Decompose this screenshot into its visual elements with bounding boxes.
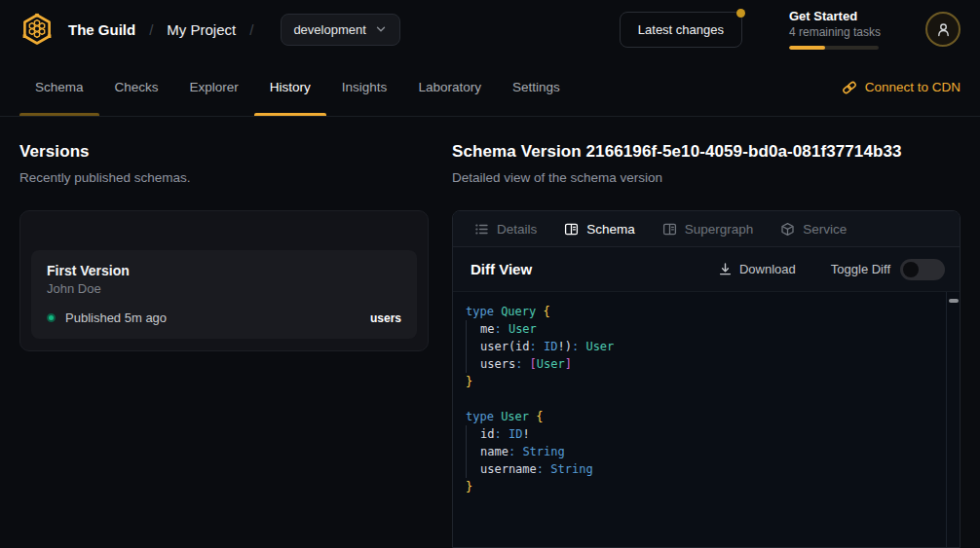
get-started-progress-bar	[789, 46, 879, 50]
tab-checks[interactable]: Checks	[99, 58, 174, 116]
connect-to-cdn-link[interactable]: Connect to CDN	[842, 58, 961, 116]
org-name[interactable]: The Guild	[68, 21, 135, 38]
code-line: type Query {	[466, 303, 936, 320]
link-chain-icon	[842, 80, 857, 95]
tab-settings[interactable]: Settings	[497, 58, 576, 116]
detail-tab-label: Service	[803, 222, 847, 237]
code-line: }	[466, 478, 936, 495]
toggle-diff-switch[interactable]	[900, 259, 945, 280]
tab-insights[interactable]: Insights	[326, 58, 403, 116]
schema-version-panel: Schema Version 2166196f-5e10-4059-bd0a-0…	[452, 142, 961, 548]
detail-tabs: DetailsSchemaSupergraphService	[453, 211, 960, 247]
diff-view-toolbar: Diff View Download Toggle Diff	[453, 247, 960, 292]
schema-code-area: type Query {me: Useruser(id: ID!): Useru…	[453, 292, 960, 547]
schema-version-subtitle: Detailed view of the schema version	[452, 170, 961, 185]
target-selector-value: development	[293, 22, 365, 37]
diff-view-title: Diff View	[471, 261, 532, 277]
get-started-title: Get Started	[789, 9, 879, 23]
download-button[interactable]: Download	[718, 262, 796, 276]
columns-icon	[564, 222, 579, 237]
version-author: John Doe	[47, 281, 401, 296]
tab-schema[interactable]: Schema	[19, 58, 99, 116]
main-content: Versions Recently published schemas. Fir…	[0, 117, 980, 548]
code-scrollbar-thumb[interactable]	[949, 299, 959, 303]
hive-logo-icon[interactable]	[19, 12, 55, 47]
target-selector[interactable]: development	[281, 14, 399, 46]
code-line: user(id: ID!): User	[466, 338, 936, 355]
code-line: id: ID!	[466, 425, 936, 443]
service-badge: users	[370, 311, 401, 325]
list-icon	[474, 222, 489, 237]
code-line: }	[466, 373, 936, 390]
user-avatar[interactable]	[925, 12, 961, 47]
toggle-knob	[903, 262, 919, 277]
version-list-item[interactable]: First Version John Doe Published 5m ago …	[31, 250, 417, 339]
version-status: Published 5m ago	[65, 311, 167, 325]
nav-tabs: SchemaChecksExplorerHistoryInsightsLabor…	[19, 58, 576, 116]
toggle-diff-label: Toggle Diff	[831, 262, 890, 276]
breadcrumb-separator: /	[149, 21, 153, 38]
main-nav: SchemaChecksExplorerHistoryInsightsLabor…	[0, 58, 980, 117]
latest-changes-button[interactable]: Latest changes	[620, 12, 742, 48]
box-icon	[780, 222, 795, 237]
detail-tab-details[interactable]: Details	[461, 211, 550, 246]
app-header: The Guild / My Project / development Lat…	[0, 0, 980, 58]
code-line: username: String	[466, 460, 936, 478]
code-line: me: User	[466, 320, 936, 338]
version-status-row: Published 5m ago users	[47, 311, 401, 325]
detail-tab-label: Schema	[586, 222, 635, 237]
tab-laboratory[interactable]: Laboratory	[402, 58, 497, 116]
code-line	[466, 390, 936, 408]
latest-changes-label: Latest changes	[638, 22, 724, 37]
header-right: Latest changes Get Started 4 remaining t…	[620, 9, 961, 50]
columns-icon	[662, 222, 677, 237]
detail-tab-label: Details	[497, 222, 537, 237]
code-block: type Query {me: Useruser(id: ID!): Useru…	[466, 303, 936, 495]
progress-fill	[789, 46, 825, 50]
connect-to-cdn-label: Connect to CDN	[865, 80, 961, 94]
detail-tab-supergraph[interactable]: Supergraph	[649, 211, 768, 246]
code-scrollbar	[946, 292, 960, 547]
code-line: type User {	[466, 408, 936, 425]
notification-dot	[736, 9, 745, 18]
get-started-subtitle: 4 remaining tasks	[789, 25, 879, 39]
published-status-dot	[47, 313, 56, 322]
code-line: name: String	[466, 443, 936, 460]
person-icon	[935, 21, 952, 38]
tab-explorer[interactable]: Explorer	[174, 58, 254, 116]
detail-tab-service[interactable]: Service	[767, 211, 860, 246]
code-line: users: [User]	[466, 355, 936, 373]
version-name: First Version	[47, 263, 401, 278]
diff-actions: Download Toggle Diff	[718, 259, 945, 280]
tab-history[interactable]: History	[254, 58, 326, 116]
project-name[interactable]: My Project	[167, 21, 236, 38]
chevron-down-icon	[374, 22, 388, 36]
detail-tab-schema[interactable]: Schema	[550, 211, 649, 246]
versions-panel: Versions Recently published schemas. Fir…	[19, 142, 429, 548]
detail-tab-label: Supergraph	[685, 222, 754, 237]
schema-version-card: DetailsSchemaSupergraphService Diff View…	[452, 210, 961, 548]
breadcrumb-separator: /	[249, 21, 253, 38]
schema-version-title: Schema Version 2166196f-5e10-4059-bd0a-0…	[452, 142, 961, 162]
download-label: Download	[739, 262, 796, 276]
versions-title: Versions	[19, 142, 429, 162]
get-started-widget[interactable]: Get Started 4 remaining tasks	[789, 9, 879, 50]
download-icon	[718, 262, 733, 276]
versions-list: First Version John Doe Published 5m ago …	[19, 210, 429, 351]
versions-subtitle: Recently published schemas.	[19, 170, 429, 185]
